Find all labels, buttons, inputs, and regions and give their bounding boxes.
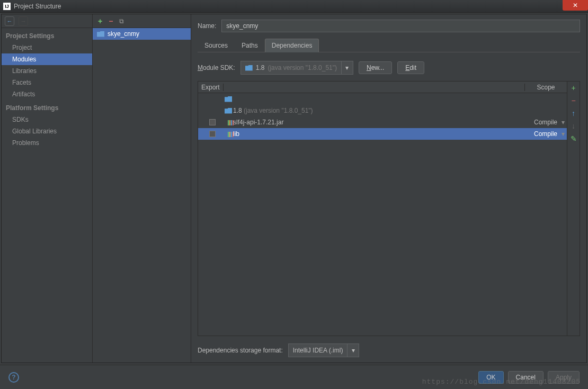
export-checkbox[interactable] (209, 119, 216, 125)
folder-icon (225, 108, 232, 114)
sdk-label: Module SDK: (198, 64, 235, 71)
library-icon (228, 119, 229, 126)
tab-sources[interactable]: Sources (198, 39, 235, 52)
dependency-toolbar: + − ↑ ↓ ✎ (567, 82, 580, 336)
module-tabs: SourcesPathsDependencies (198, 39, 580, 52)
folder-icon (225, 96, 232, 102)
name-label: Name: (198, 22, 216, 30)
sdk-detail: (java version "1.8.0_51") (268, 64, 337, 71)
storage-format-value: IntelliJ IDEA (.iml) (293, 347, 343, 354)
module-icon (97, 31, 104, 37)
dependency-row[interactable] (198, 93, 567, 105)
sdk-value: 1.8 (256, 64, 265, 71)
move-down-button[interactable]: ↓ (572, 122, 575, 130)
add-dependency-button[interactable]: + (571, 84, 575, 92)
dialog-footer: ? OK Cancel Apply (0, 365, 588, 389)
back-button[interactable]: ← (5, 16, 14, 26)
move-up-button[interactable]: ↑ (572, 109, 575, 117)
module-list: + − ⧉ skye_cnmy (93, 14, 191, 363)
export-column-header: Export (198, 84, 224, 91)
apply-button[interactable]: Apply (548, 371, 580, 384)
remove-module-button[interactable]: − (109, 17, 113, 25)
help-button[interactable]: ? (8, 372, 19, 383)
tab-dependencies[interactable]: Dependencies (265, 39, 319, 52)
library-icon (228, 130, 229, 138)
sidebar-item-project[interactable]: Project (2, 42, 92, 53)
module-editor: Name: SourcesPathsDependencies Module SD… (191, 14, 586, 363)
dependencies-table: Export Scope 1.8 (java version "1.8.0_51… (198, 82, 567, 336)
export-checkbox[interactable] (209, 131, 216, 137)
dependency-row[interactable]: 1.8 (java version "1.8.0_51") (198, 105, 567, 116)
remove-dependency-button[interactable]: − (571, 96, 575, 105)
sidebar-heading: Platform Settings (2, 100, 92, 114)
scope-column-header: Scope (524, 84, 567, 91)
sidebar-item-facets[interactable]: Facets (2, 77, 92, 88)
dependency-scope: Compile (522, 119, 559, 126)
cancel-button[interactable]: Cancel (508, 371, 544, 384)
sidebar-item-modules[interactable]: Modules (2, 53, 92, 65)
dependency-scope: Compile (522, 130, 559, 138)
scope-dropdown[interactable]: ▾ (559, 119, 567, 126)
scope-dropdown[interactable]: ▾ (559, 130, 567, 138)
module-item[interactable]: skye_cnmy (93, 28, 191, 40)
sidebar-item-problems[interactable]: Problems (2, 137, 92, 149)
name-input[interactable] (221, 20, 580, 32)
sidebar-item-sdks[interactable]: SDKs (2, 114, 92, 125)
edit-sdk-button[interactable]: Edit (397, 61, 424, 74)
module-name: skye_cnmy (108, 30, 139, 38)
sdk-selector[interactable]: 1.8 (java version "1.8.0_51") ▾ (240, 61, 353, 75)
chevron-down-icon[interactable]: ▾ (341, 61, 353, 74)
add-module-button[interactable]: + (98, 17, 102, 25)
settings-sidebar: ← → Project SettingsProjectModulesLibrar… (2, 14, 93, 363)
window-title: Project Structure (14, 3, 61, 10)
dependency-name: lib (233, 130, 522, 138)
sidebar-heading: Project Settings (2, 28, 92, 42)
dependency-name: 1.8 (java version "1.8.0_51") (233, 107, 522, 114)
dependency-name: slf4j-api-1.7.21.jar (233, 119, 522, 126)
sidebar-item-global-libraries[interactable]: Global Libraries (2, 125, 92, 137)
dependency-row[interactable]: libCompile▾ (198, 128, 567, 140)
close-button[interactable]: ✕ (563, 0, 588, 11)
sidebar-item-libraries[interactable]: Libraries (2, 65, 92, 77)
sidebar-item-artifacts[interactable]: Artifacts (2, 88, 92, 100)
title-bar: IJ Project Structure ✕ (0, 0, 588, 13)
storage-format-selector[interactable]: IntelliJ IDEA (.iml) ▾ (288, 343, 360, 357)
chevron-down-icon[interactable]: ▾ (347, 344, 359, 357)
sdk-icon (245, 65, 253, 71)
tab-paths[interactable]: Paths (235, 39, 265, 52)
app-icon: IJ (3, 3, 11, 10)
storage-format-label: Dependencies storage format: (198, 347, 283, 354)
copy-module-button[interactable]: ⧉ (119, 17, 124, 25)
forward-button[interactable]: → (19, 16, 28, 26)
edit-dependency-button[interactable]: ✎ (571, 134, 577, 143)
ok-button[interactable]: OK (478, 371, 503, 384)
dependency-row[interactable]: slf4j-api-1.7.21.jarCompile▾ (198, 116, 567, 128)
new-sdk-button[interactable]: New... (359, 61, 392, 74)
